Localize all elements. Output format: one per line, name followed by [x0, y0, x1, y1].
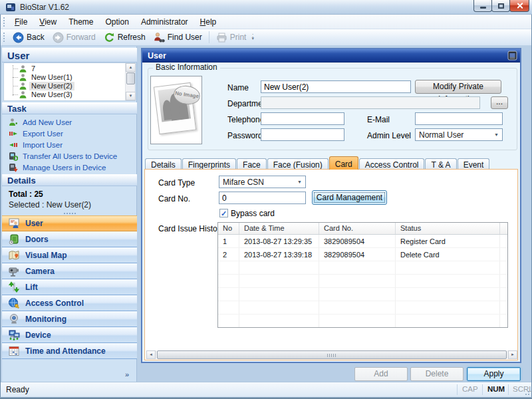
menu-theme[interactable]: Theme — [63, 15, 99, 29]
tab-face[interactable]: Face — [237, 158, 267, 170]
task-manage-users-in-device[interactable]: Manage Users in Device — [9, 162, 135, 172]
tab-t-and-a[interactable]: T & A — [425, 158, 456, 170]
scroll-up-icon[interactable]: ▲ — [126, 63, 136, 72]
card-no-input[interactable] — [219, 192, 306, 204]
time-attendance-icon — [8, 345, 20, 357]
scroll-down-icon[interactable]: ▼ — [126, 92, 136, 100]
email-input[interactable] — [415, 112, 503, 125]
user-tree[interactable]: 7 New User(1) New User(2) New User(3) ▲ … — [3, 63, 136, 101]
tab-face-fusion[interactable]: Face (Fusion) — [267, 158, 329, 170]
apply-button[interactable]: Apply — [467, 367, 521, 381]
tree-item-new-user-2-selected[interactable]: New User(2) — [4, 81, 124, 90]
menu-view[interactable]: View — [33, 15, 63, 29]
menu-administrator[interactable]: Administrator — [135, 15, 194, 29]
task-label[interactable]: Import User — [23, 141, 63, 149]
nav-time-attendance[interactable]: Time and Attendance — [2, 343, 137, 359]
tree-item-label[interactable]: New User(3) — [29, 90, 74, 99]
tab-fingerprints[interactable]: Fingerprints — [182, 158, 236, 170]
refresh-button[interactable]: Refresh — [100, 31, 150, 45]
menu-option[interactable]: Option — [100, 15, 135, 29]
department-browse-button[interactable]: ... — [491, 96, 508, 109]
find-user-button[interactable]: Find User — [150, 31, 206, 45]
card-management-button[interactable]: Card Management — [312, 190, 387, 205]
tab-card[interactable]: Card — [329, 156, 358, 170]
back-button[interactable]: Back — [9, 31, 49, 45]
nav-lift[interactable]: Lift — [2, 279, 137, 295]
toolbar-grip — [3, 33, 5, 42]
task-label[interactable]: Add New User — [23, 118, 72, 126]
card-issue-history-table[interactable]: No Date & Time Card No. Status 1 2013-08… — [217, 222, 508, 328]
menu-help[interactable]: Help — [194, 15, 223, 29]
sidebar-collapse-button[interactable]: » — [122, 370, 132, 380]
nav-visual-map[interactable]: Visual Map — [2, 247, 137, 263]
focus-rect — [314, 192, 385, 203]
window-title: BioStar V1.62 — [20, 3, 69, 12]
task-transfer-all-users[interactable]: Transfer All Users to Device — [9, 151, 135, 161]
nav-device[interactable]: Device — [2, 327, 137, 343]
nav-monitoring[interactable]: Monitoring — [2, 311, 137, 327]
device-icon — [8, 329, 20, 341]
table-row[interactable]: 1 2013-08-27 13:29:35 3829089504 Registe… — [218, 235, 507, 248]
task-add-new-user[interactable]: Add New User — [9, 117, 135, 127]
detach-window-icon[interactable] — [507, 51, 517, 61]
card-type-select[interactable]: Mifare CSN ▼ — [219, 176, 306, 188]
tab-details[interactable]: Details — [145, 158, 182, 170]
password-input[interactable] — [261, 128, 344, 141]
scroll-right-icon[interactable]: ► — [508, 350, 517, 359]
nav-camera[interactable]: Camera — [2, 263, 137, 279]
tree-item-7[interactable]: 7 — [4, 64, 124, 73]
tree-scrollbar[interactable]: ▲ ▼ — [125, 63, 135, 100]
horizontal-scrollbar[interactable]: ◄ ► — [146, 350, 517, 359]
tree-item-label[interactable]: New User(1) — [29, 73, 74, 82]
minimize-button[interactable] — [473, 0, 492, 12]
nav-doors[interactable]: Doors — [2, 231, 137, 247]
name-input[interactable] — [261, 80, 411, 93]
user-icon — [19, 82, 27, 90]
tab-access-control[interactable]: Access Control — [359, 158, 425, 170]
col-header-datetime[interactable]: Date & Time — [239, 223, 319, 234]
add-button[interactable]: Add — [354, 367, 408, 381]
delete-button[interactable]: Delete — [410, 367, 464, 381]
print-label: Print — [230, 33, 247, 42]
scroll-left-icon[interactable]: ◄ — [146, 350, 156, 359]
card-tab-panel: Card Type Mifare CSN ▼ Card No. Card Man… — [144, 169, 518, 360]
resize-grip[interactable] — [523, 389, 530, 396]
department-input[interactable] — [261, 96, 480, 109]
modify-private-info-button[interactable]: Modify Private Information — [415, 80, 501, 94]
nav-access-control[interactable]: Access Control — [2, 295, 137, 311]
task-label[interactable]: Manage Users in Device — [23, 164, 106, 172]
toolbar-overflow-button[interactable]: ⁚ ▾ — [251, 35, 254, 40]
col-header-cardno[interactable]: Card No. — [319, 223, 396, 234]
tab-event[interactable]: Event — [458, 158, 490, 170]
bypass-card-label[interactable]: Bypass card — [231, 209, 275, 218]
telephone-input[interactable] — [261, 112, 344, 125]
print-button[interactable]: Print — [212, 31, 251, 45]
scroll-thumb[interactable] — [157, 350, 507, 359]
tree-item-new-user-1[interactable]: New User(1) — [4, 72, 124, 82]
admin-level-select[interactable]: Normal User ▼ — [415, 128, 503, 141]
maximize-button[interactable] — [491, 0, 510, 12]
table-row[interactable]: 2 2013-08-27 13:39:18 3829089504 Delete … — [218, 248, 507, 261]
task-label[interactable]: Transfer All Users to Device — [23, 152, 117, 160]
status-bar: Ready CAP NUM SCRL — [1, 382, 531, 397]
close-button[interactable] — [509, 0, 529, 12]
nav-label: Lift — [25, 283, 38, 292]
task-import-user[interactable]: Import User — [9, 140, 135, 150]
nav-user[interactable]: User — [2, 215, 137, 231]
card-issue-history-label: Card Issue History — [158, 224, 224, 233]
admin-level-value: Normal User — [419, 130, 464, 140]
tree-item-new-user-3[interactable]: New User(3) — [4, 90, 124, 99]
task-export-user[interactable]: Export User — [9, 128, 135, 138]
col-header-status[interactable]: Status — [396, 223, 500, 234]
bypass-card-checkbox[interactable]: ✓ — [219, 209, 228, 217]
task-label[interactable]: Export User — [23, 130, 63, 138]
menu-file[interactable]: File — [9, 15, 33, 29]
title-bar[interactable]: BioStar V1.62 — [0, 0, 532, 15]
scroll-thumb[interactable] — [126, 72, 135, 84]
tree-item-label[interactable]: 7 — [29, 65, 37, 73]
tree-item-label[interactable]: New User(2) — [29, 82, 74, 90]
forward-button[interactable]: Forward — [49, 31, 100, 45]
transfer-device-icon — [9, 152, 18, 161]
cell-cardno: 3829089504 — [319, 235, 396, 247]
col-header-no[interactable]: No — [218, 223, 239, 234]
